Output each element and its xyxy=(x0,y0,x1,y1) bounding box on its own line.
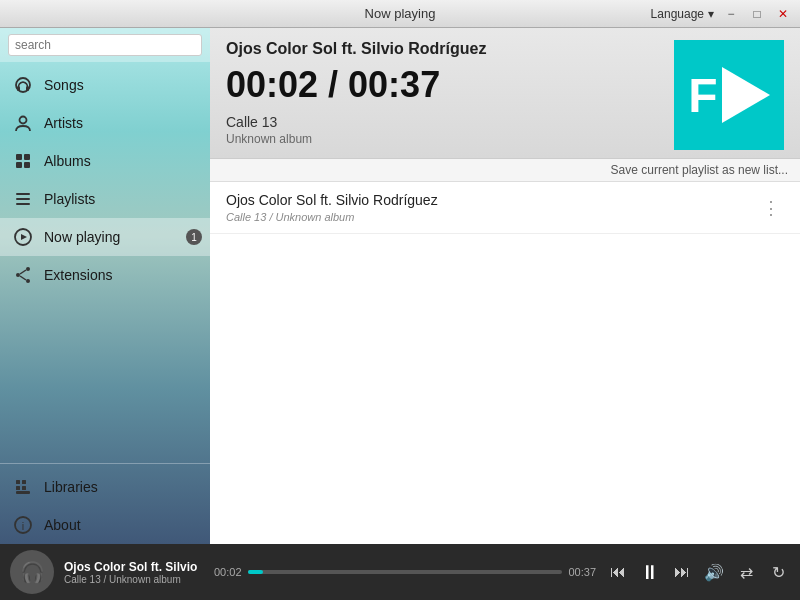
search-input[interactable] xyxy=(8,34,202,56)
language-selector[interactable]: Language ▾ xyxy=(651,7,714,21)
player-track-info: Ojos Color Sol ft. Silvio Calle 13 / Unk… xyxy=(64,560,204,585)
now-playing-artist: Calle 13 xyxy=(226,114,674,130)
playlist-item-info: Ojos Color Sol ft. Silvio Rodríguez Call… xyxy=(226,192,758,223)
svg-line-17 xyxy=(20,276,26,280)
next-button[interactable]: ⏭ xyxy=(670,560,694,584)
close-button[interactable]: ✕ xyxy=(774,5,792,23)
playlist-header: Save current playlist as new list... xyxy=(210,159,800,182)
svg-rect-4 xyxy=(16,154,22,160)
svg-line-16 xyxy=(20,270,26,274)
svg-rect-20 xyxy=(16,486,20,490)
svg-rect-21 xyxy=(22,486,26,490)
svg-point-13 xyxy=(26,267,30,271)
logo-letter: F xyxy=(688,68,717,123)
search-bar xyxy=(0,28,210,62)
svg-point-14 xyxy=(26,279,30,283)
player-total-time: 00:37 xyxy=(568,566,596,578)
app-logo: F xyxy=(674,40,784,150)
person-icon xyxy=(12,112,34,134)
share-icon xyxy=(12,264,34,286)
headphones-icon xyxy=(12,74,34,96)
svg-text:i: i xyxy=(22,520,24,532)
shuffle-button[interactable]: ⇄ xyxy=(734,560,758,584)
now-playing-info: Ojos Color Sol ft. Silvio Rodríguez 00:0… xyxy=(226,40,674,146)
svg-point-15 xyxy=(16,273,20,277)
headphones-player-icon: 🎧 xyxy=(20,560,45,584)
playlist-item-title: Ojos Color Sol ft. Silvio Rodríguez xyxy=(226,192,758,208)
sidebar-item-about[interactable]: i About xyxy=(0,506,210,544)
main-area: Songs Artists xyxy=(0,28,800,544)
sidebar-item-artists-label: Artists xyxy=(44,115,83,131)
grid-icon xyxy=(12,150,34,172)
now-playing-badge: 1 xyxy=(186,229,202,245)
svg-rect-8 xyxy=(16,193,30,195)
volume-button[interactable]: 🔊 xyxy=(702,560,726,584)
player-track-title: Ojos Color Sol ft. Silvio xyxy=(64,560,204,574)
svg-rect-5 xyxy=(24,154,30,160)
nav-items: Songs Artists xyxy=(0,62,210,544)
sidebar: Songs Artists xyxy=(0,28,210,544)
now-playing-song-title: Ojos Color Sol ft. Silvio Rodríguez xyxy=(226,40,674,58)
sidebar-item-now-playing[interactable]: Now playing 1 xyxy=(0,218,210,256)
svg-rect-22 xyxy=(16,491,30,494)
playlist-item-menu-icon[interactable]: ⋮ xyxy=(758,197,784,219)
svg-rect-7 xyxy=(24,162,30,168)
save-playlist-link[interactable]: Save current playlist as new list... xyxy=(611,163,788,177)
now-playing-header: Ojos Color Sol ft. Silvio Rodríguez 00:0… xyxy=(210,28,800,159)
content-area: Ojos Color Sol ft. Silvio Rodríguez 00:0… xyxy=(210,28,800,544)
progress-bar-fill xyxy=(248,570,264,574)
sidebar-item-libraries-label: Libraries xyxy=(44,479,98,495)
libraries-icon xyxy=(12,476,34,498)
list-icon xyxy=(12,188,34,210)
sidebar-item-songs-label: Songs xyxy=(44,77,84,93)
svg-marker-12 xyxy=(21,234,27,240)
now-playing-timer: 00:02 / 00:37 xyxy=(226,64,674,106)
sidebar-item-albums[interactable]: Albums xyxy=(0,142,210,180)
player-bar: 🎧 Ojos Color Sol ft. Silvio Calle 13 / U… xyxy=(0,544,800,600)
sidebar-item-now-playing-label: Now playing xyxy=(44,229,120,245)
svg-rect-18 xyxy=(16,480,20,484)
playlist-item[interactable]: Ojos Color Sol ft. Silvio Rodríguez Call… xyxy=(210,182,800,234)
player-track-subtitle: Calle 13 / Unknown album xyxy=(64,574,204,585)
logo-play-triangle xyxy=(722,67,770,123)
info-circle-icon: i xyxy=(12,514,34,536)
play-circle-icon xyxy=(12,226,34,248)
repeat-button[interactable]: ↻ xyxy=(766,560,790,584)
sidebar-item-playlists-label: Playlists xyxy=(44,191,95,207)
maximize-button[interactable]: □ xyxy=(748,5,766,23)
previous-button[interactable]: ⏮ xyxy=(606,560,630,584)
progress-bar[interactable] xyxy=(248,570,563,574)
nav-bottom: Libraries i About xyxy=(0,463,210,544)
svg-rect-9 xyxy=(16,198,30,200)
playlist-area: Save current playlist as new list... Ojo… xyxy=(210,159,800,544)
sidebar-item-libraries[interactable]: Libraries xyxy=(0,468,210,506)
sidebar-item-extensions[interactable]: Extensions xyxy=(0,256,210,294)
player-progress-area: 00:02 00:37 xyxy=(214,566,596,578)
title-bar: Now playing Language ▾ − □ ✕ xyxy=(0,0,800,28)
player-current-time: 00:02 xyxy=(214,566,242,578)
minimize-button[interactable]: − xyxy=(722,5,740,23)
player-thumbnail: 🎧 xyxy=(10,550,54,594)
sidebar-item-artists[interactable]: Artists xyxy=(0,104,210,142)
sidebar-item-songs[interactable]: Songs xyxy=(0,66,210,104)
sidebar-item-about-label: About xyxy=(44,517,81,533)
svg-point-3 xyxy=(20,117,27,124)
sidebar-item-albums-label: Albums xyxy=(44,153,91,169)
sidebar-item-playlists[interactable]: Playlists xyxy=(0,180,210,218)
chevron-down-icon: ▾ xyxy=(708,7,714,21)
svg-rect-10 xyxy=(16,203,30,205)
window-title: Now playing xyxy=(365,6,436,21)
pause-button[interactable]: ⏸ xyxy=(638,560,662,584)
sidebar-item-extensions-label: Extensions xyxy=(44,267,112,283)
svg-rect-19 xyxy=(22,480,26,484)
now-playing-album: Unknown album xyxy=(226,132,674,146)
language-label: Language xyxy=(651,7,704,21)
player-controls: ⏮ ⏸ ⏭ 🔊 ⇄ ↻ xyxy=(606,560,790,584)
svg-rect-6 xyxy=(16,162,22,168)
playlist-item-subtitle: Calle 13 / Unknown album xyxy=(226,211,758,223)
